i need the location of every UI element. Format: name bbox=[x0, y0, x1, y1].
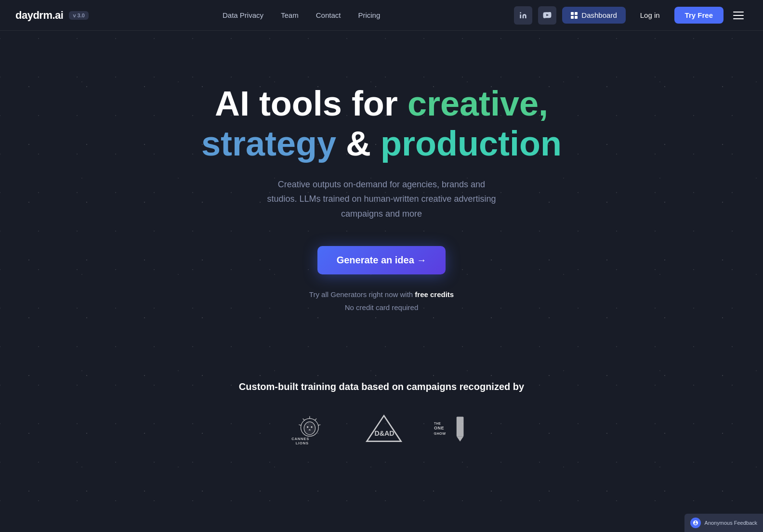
one-show-logo: THE ONE SHOW bbox=[432, 412, 475, 447]
login-button[interactable]: Log in bbox=[631, 7, 669, 24]
svg-marker-16 bbox=[457, 437, 464, 442]
generate-idea-label: Generate an idea → bbox=[337, 255, 427, 266]
hamburger-line-3 bbox=[733, 18, 744, 19]
nav-center: Data Privacy Team Contact Pricing bbox=[223, 11, 380, 19]
try-free-button[interactable]: Try Free bbox=[674, 7, 724, 24]
version-badge: v 3.0 bbox=[69, 11, 88, 20]
hero-title-strategy: strategy bbox=[201, 124, 336, 163]
nav-right: Dashboard Log in Try Free bbox=[514, 6, 748, 25]
nav-link-contact[interactable]: Contact bbox=[316, 11, 341, 19]
svg-point-0 bbox=[520, 12, 522, 13]
svg-marker-13 bbox=[367, 416, 401, 441]
svg-point-9 bbox=[311, 427, 312, 428]
hero-title-creative: creative, bbox=[408, 84, 548, 123]
nav-link-pricing[interactable]: Pricing bbox=[358, 11, 380, 19]
svg-rect-15 bbox=[457, 417, 464, 437]
hero-title-ampersand: & bbox=[336, 124, 381, 163]
svg-text:ONE: ONE bbox=[434, 426, 444, 431]
hero-subtitle: Creative outputs on-demand for agencies,… bbox=[266, 177, 497, 221]
hero-note-bold: free credits bbox=[415, 290, 454, 298]
svg-text:D&AD: D&AD bbox=[374, 429, 394, 437]
svg-line-5 bbox=[318, 425, 320, 426]
training-label: Custom-built training data based on camp… bbox=[0, 381, 763, 392]
feedback-icon bbox=[690, 518, 701, 528]
dashboard-grid-icon bbox=[571, 12, 578, 19]
bottom-section: Custom-built training data based on camp… bbox=[0, 343, 763, 467]
cannes-lions-logo: CANNES LIONS bbox=[288, 413, 336, 446]
dad-logo: D&AD bbox=[365, 412, 403, 447]
nav-left: daydrm.ai v 3.0 bbox=[15, 9, 89, 22]
feedback-label: Anonymous Feedback bbox=[705, 520, 757, 526]
svg-line-6 bbox=[303, 419, 304, 420]
linkedin-icon[interactable] bbox=[514, 6, 532, 25]
hero-title-production: production bbox=[381, 124, 562, 163]
hero-note-prefix: Try all Generators right now with bbox=[309, 290, 415, 298]
svg-point-2 bbox=[304, 422, 315, 435]
hamburger-line-1 bbox=[733, 12, 744, 13]
hero-title: AI tools for creative, strategy & produc… bbox=[201, 84, 562, 164]
hamburger-line-2 bbox=[733, 15, 744, 16]
dashboard-button[interactable]: Dashboard bbox=[562, 7, 625, 24]
logos-row: CANNES LIONS D&AD THE bbox=[0, 412, 763, 447]
hero-title-prefix: AI tools for bbox=[215, 84, 408, 123]
svg-point-8 bbox=[307, 427, 308, 428]
nav-link-data-privacy[interactable]: Data Privacy bbox=[223, 11, 263, 19]
logo-text: daydrm.ai bbox=[15, 9, 63, 22]
hero-note: Try all Generators right now with free c… bbox=[309, 288, 454, 314]
hero-note-line2: No credit card required bbox=[345, 303, 419, 311]
svg-text:SHOW: SHOW bbox=[434, 431, 446, 436]
svg-line-4 bbox=[315, 419, 316, 420]
hero-section: AI tools for creative, strategy & produc… bbox=[0, 31, 763, 343]
svg-text:LIONS: LIONS bbox=[296, 441, 309, 445]
navbar: daydrm.ai v 3.0 Data Privacy Team Contac… bbox=[0, 0, 763, 31]
svg-text:THE: THE bbox=[434, 422, 441, 425]
nav-link-team[interactable]: Team bbox=[281, 11, 299, 19]
hamburger-menu[interactable] bbox=[729, 6, 748, 25]
generate-idea-button[interactable]: Generate an idea → bbox=[317, 246, 446, 274]
svg-line-7 bbox=[299, 425, 301, 426]
anonymous-feedback-button[interactable]: Anonymous Feedback bbox=[684, 514, 763, 532]
youtube-icon[interactable] bbox=[538, 6, 556, 25]
